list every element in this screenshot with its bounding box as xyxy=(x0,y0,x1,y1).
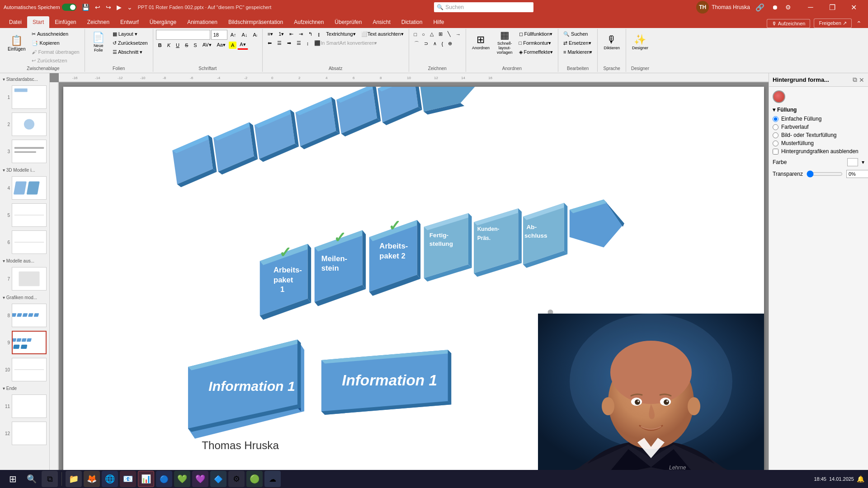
line-button[interactable]: ╲ xyxy=(445,30,453,38)
aufzeichnen-button[interactable]: 🎙 Aufzeichnen xyxy=(767,19,810,28)
format-ubertragen-button[interactable]: 🖌 Format übertragen xyxy=(29,48,81,56)
tab-hilfe[interactable]: Hilfe xyxy=(428,16,449,28)
save-button[interactable]: 💾 xyxy=(80,3,91,12)
tab-datei[interactable]: Datei xyxy=(4,16,27,28)
align-justify-button[interactable]: ☰ xyxy=(294,39,303,47)
notification-button[interactable]: 🔔 xyxy=(857,475,864,483)
shape3-button[interactable]: ∧ xyxy=(431,39,439,48)
radio-bild[interactable]: Bild- oder Texturfüllung xyxy=(773,132,864,138)
ribbon-collapse-button[interactable]: ⌃ xyxy=(854,19,864,28)
font-family-input[interactable] xyxy=(156,30,210,40)
taskbar-outlook[interactable]: 📧 xyxy=(120,471,136,487)
tab-uebergaenge[interactable]: Übergänge xyxy=(144,16,182,28)
shapes-more-button[interactable]: ⊞ xyxy=(436,30,445,38)
designer-button[interactable]: ✨ Designer xyxy=(629,30,651,55)
present-button[interactable]: ▶ xyxy=(115,3,123,12)
align-center-button[interactable]: ☰ xyxy=(275,39,284,47)
slide-item-4[interactable]: 4 xyxy=(2,175,47,201)
zuruecksetzen-button[interactable]: ↩ Zurücksetzen xyxy=(29,56,81,65)
group-3dmodelle[interactable]: ▾ 3D Modelle i... xyxy=(2,166,47,174)
share-icon[interactable]: 🔗 xyxy=(754,2,766,13)
freeform-button[interactable]: ⌒ xyxy=(412,39,421,48)
transparency-slider[interactable] xyxy=(807,170,843,178)
tab-entwurf[interactable]: Entwurf xyxy=(115,16,144,28)
neue-folie-button[interactable]: 📄 NeueFolie xyxy=(88,30,109,55)
slide-item-8[interactable]: 8 xyxy=(2,303,47,328)
taskbar-app6[interactable]: 🔵 xyxy=(156,471,172,487)
font-decrease-button[interactable]: A↓ xyxy=(240,31,250,39)
columns-button[interactable]: ⫿ xyxy=(316,30,323,38)
taskbar-app11[interactable]: 🟢 xyxy=(246,471,263,487)
align-left-button[interactable]: ⬅ xyxy=(265,39,274,47)
taskbar-powerpoint[interactable]: 📊 xyxy=(138,471,154,487)
shape5-button[interactable]: ⊕ xyxy=(446,39,454,48)
tab-einfuegen[interactable]: Einfügen xyxy=(49,16,81,28)
more-button[interactable]: ⌄ xyxy=(125,3,134,12)
undo-button[interactable]: ↩ xyxy=(93,3,102,12)
highlight-button[interactable]: A xyxy=(229,42,236,49)
tab-dictation[interactable]: Dictation xyxy=(396,16,428,28)
case-button[interactable]: Aa▾ xyxy=(215,41,228,49)
schnelllayout-button[interactable]: ▦ Schnell-layout-vorlagen xyxy=(494,30,516,55)
slide-item-6[interactable]: 6 xyxy=(2,230,47,255)
search-box[interactable]: 🔍 Suchen xyxy=(434,2,533,12)
slide-item-9[interactable]: 9 xyxy=(2,330,47,355)
line-spacing-button[interactable]: ↕ xyxy=(304,39,311,47)
ersetzen-button[interactable]: ⇄ Ersetzen▾ xyxy=(561,39,594,47)
italic-button[interactable]: K xyxy=(165,41,173,49)
slide-item-2[interactable]: 2 xyxy=(2,112,47,137)
textrichtung-button[interactable]: Textrichtung▾ xyxy=(324,30,358,38)
zuruecksetzen2-button[interactable]: ↺ Zurücksetzen xyxy=(110,39,150,47)
slide-item-7[interactable]: 7 xyxy=(2,266,47,291)
font-increase-button[interactable]: A↑ xyxy=(228,31,239,39)
color-picker[interactable] xyxy=(847,158,858,166)
settings-icon[interactable]: ⚙ xyxy=(783,3,793,12)
circle-button[interactable]: ○ xyxy=(420,30,427,38)
suchen-button[interactable]: 🔍 Suchen xyxy=(561,30,594,38)
triangle-button[interactable]: △ xyxy=(428,30,436,38)
indent-less-button[interactable]: ⇤ xyxy=(287,30,296,38)
slide-item-11[interactable]: 11 xyxy=(2,394,47,419)
clear-format-button[interactable]: Aᵢ xyxy=(250,31,259,39)
taskbar-app12[interactable]: ☁ xyxy=(264,471,281,487)
close-button[interactable]: ✕ xyxy=(844,0,864,14)
textausrichten-button[interactable]: ⬜Text ausrichten▾ xyxy=(359,30,406,38)
strikethrough-button[interactable]: S xyxy=(183,41,190,49)
slide-item-3[interactable]: 3 xyxy=(2,139,47,164)
radio-farbverlauf[interactable]: Farbverlauf xyxy=(773,124,864,130)
taskview-button[interactable]: ⧉ xyxy=(42,471,58,487)
slide-item-12[interactable]: 12 xyxy=(2,421,47,446)
fullung-section-header[interactable]: ▾ Füllung xyxy=(773,107,864,113)
minimize-button[interactable]: ─ xyxy=(800,0,821,14)
einfuegen-button[interactable]: 📋 Einfügen xyxy=(5,31,28,56)
slide-item-5[interactable]: 5 xyxy=(2,202,47,228)
taskbar-firefox[interactable]: 🦊 xyxy=(84,471,100,487)
abschnitt-button[interactable]: ☰ Abschnitt ▾ xyxy=(110,48,150,56)
indent-more-button[interactable]: ⇥ xyxy=(297,30,305,38)
kopieren-button[interactable]: 📑 Kopieren xyxy=(29,39,81,47)
markieren-button[interactable]: ≡ Markieren▾ xyxy=(561,48,594,56)
autosave-toggle[interactable]: Automatisches Speichern xyxy=(4,4,76,11)
fullung-button[interactable]: ◻ Füllfunktion▾ xyxy=(517,30,556,38)
layout-button[interactable]: ▦ Layout ▾ xyxy=(110,30,150,38)
diktieren-button[interactable]: 🎙 Diktieren xyxy=(600,30,623,55)
search-taskbar-button[interactable]: 🔍 xyxy=(24,471,40,487)
checkbox-hintergrund[interactable]: Hintergrundgrafiken ausblenden xyxy=(773,148,864,155)
rect-button[interactable]: □ xyxy=(412,30,420,38)
slide-item-1[interactable]: 1 xyxy=(2,84,47,110)
group-modelleaus[interactable]: ▾ Modelle aus... xyxy=(2,257,47,264)
record-icon[interactable]: ⏺ xyxy=(770,3,780,12)
slide-item-10[interactable]: 10 xyxy=(2,357,47,382)
ausschneiden-button[interactable]: ✂ Ausschneiden xyxy=(29,30,81,38)
start-button[interactable]: ⊞ xyxy=(4,470,22,488)
panel-detach-button[interactable]: ⧉ xyxy=(853,76,857,84)
color-dropdown-button[interactable]: ▾ xyxy=(862,159,864,165)
fontcolor-button[interactable]: A▾ xyxy=(237,40,248,50)
shape4-button[interactable]: { xyxy=(439,40,446,48)
tab-aufzeichnen[interactable]: Aufzeichnen xyxy=(288,16,329,28)
rtl-button[interactable]: ↰ xyxy=(306,30,315,38)
underline-button[interactable]: U xyxy=(174,41,182,49)
smartart-button[interactable]: ⬛In SmartArt konvertieren▾ xyxy=(312,39,379,47)
autosave-switch[interactable] xyxy=(62,4,76,11)
spacing-button[interactable]: AV▾ xyxy=(200,41,214,49)
